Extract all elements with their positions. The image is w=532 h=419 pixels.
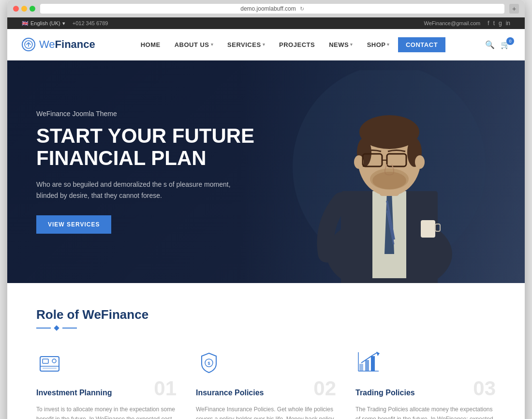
hero-title-line2: FINANCIAL PLAN (36, 147, 207, 169)
section-divider (36, 326, 496, 330)
close-dot[interactable] (13, 6, 19, 12)
search-icon[interactable]: 🔍 (485, 40, 495, 49)
svg-rect-29 (359, 364, 363, 371)
service-title-row-insurance: Insurance Policies 02 (196, 383, 336, 399)
logo-finance: Finance (55, 38, 95, 50)
investment-title: Investment Planning (36, 389, 112, 397)
browser-chrome: demo.joomlabuff.com ↻ + (7, 0, 525, 17)
social-icons: f t g in (488, 20, 510, 27)
role-section: Role of WeFinance Invest (7, 283, 525, 419)
divider-left (36, 328, 51, 329)
hero-subtitle: WeFinance Joomla Theme (36, 110, 254, 118)
trading-num: 03 (473, 378, 496, 399)
flag-icon: 🇬🇧 (22, 20, 29, 27)
phone-number: +012 345 6789 (73, 20, 108, 26)
top-bar: 🇬🇧 English (UK) ▾ +012 345 6789 WeFinanc… (7, 17, 525, 29)
nav-actions: 🔍 🛒 0 (485, 40, 510, 49)
svg-rect-30 (365, 360, 369, 371)
services-chevron-icon: ▾ (263, 42, 266, 47)
insurance-title: Insurance Policies (196, 389, 264, 397)
maximize-dot[interactable] (30, 6, 35, 12)
svg-point-14 (415, 155, 425, 169)
investment-icon (36, 349, 63, 376)
divider-diamond-icon (54, 325, 59, 330)
service-card-trading: Trading Policies 03 The Trading Policies… (355, 349, 496, 419)
hero-description: Who are so beguiled and demoralized the … (36, 179, 239, 201)
language-selector[interactable]: 🇬🇧 English (UK) ▾ (22, 20, 65, 27)
nav-projects[interactable]: PROJECTS (273, 37, 321, 52)
investment-desc: To invest is to allocate money in the ex… (36, 404, 177, 419)
news-chevron-icon: ▾ (350, 42, 353, 47)
logo[interactable]: WeFinance (22, 38, 95, 51)
svg-rect-23 (43, 359, 48, 363)
hero-title-line1: START YOUR FUTURE (36, 124, 254, 147)
minimize-dot[interactable] (21, 6, 27, 12)
hero-section: WeFinance Joomla Theme START YOUR FUTURE… (7, 60, 525, 283)
insurance-num: 02 (313, 378, 336, 399)
shop-chevron-icon: ▾ (387, 42, 390, 47)
logo-we: We (39, 38, 55, 50)
linkedin-icon[interactable]: in (506, 20, 510, 27)
svg-rect-31 (371, 356, 375, 371)
nav-news[interactable]: NEWS ▾ (323, 37, 359, 52)
navbar: WeFinance HOME ABOUT US ▾ SERVICES ▾ PRO… (7, 29, 525, 60)
insurance-desc: WeFinance Insurance Policies. Get whole … (196, 404, 336, 419)
email-address: WeFinance@gmail.com (424, 20, 481, 26)
nav-shop[interactable]: SHOP ▾ (361, 37, 396, 52)
cart-badge: 0 (506, 37, 514, 45)
nav-home[interactable]: HOME (135, 37, 166, 52)
trading-desc: The Trading Policies allocate money the … (355, 404, 496, 419)
insurance-icon: $ (196, 349, 222, 376)
topbar-right: WeFinance@gmail.com f t g in (424, 20, 510, 27)
service-card-investment: Investment Planning 01 To invest is to a… (36, 349, 177, 419)
svg-point-19 (370, 168, 409, 190)
trading-icon (355, 349, 382, 376)
hero-content: WeFinance Joomla Theme START YOUR FUTURE… (7, 110, 254, 234)
view-services-button[interactable]: VIEW SERVICES (36, 215, 111, 234)
url-text: demo.joomlabuff.com (240, 5, 296, 12)
trading-title: Trading Policies (355, 389, 415, 397)
logo-icon (22, 38, 35, 51)
hero-title: START YOUR FUTURE FINANCIAL PLAN (36, 125, 254, 169)
nav-services[interactable]: SERVICES ▾ (222, 37, 271, 52)
investment-num: 01 (154, 378, 177, 399)
services-grid: Investment Planning 01 To invest is to a… (36, 349, 496, 419)
facebook-icon[interactable]: f (488, 20, 489, 27)
googleplus-icon[interactable]: g (499, 20, 502, 27)
divider-right (62, 328, 77, 329)
svg-text:$: $ (207, 361, 210, 366)
twitter-icon[interactable]: t (493, 20, 495, 27)
language-label: English (UK) (30, 20, 60, 26)
svg-point-24 (52, 359, 56, 363)
svg-rect-20 (421, 220, 435, 238)
new-tab-button[interactable]: + (509, 4, 519, 14)
service-title-row-trading: Trading Policies 03 (355, 383, 496, 399)
nav-about-us[interactable]: ABOUT US ▾ (169, 37, 219, 52)
address-bar[interactable]: demo.joomlabuff.com ↻ (40, 4, 504, 14)
svg-marker-32 (376, 352, 380, 356)
nav-contact[interactable]: CONTACT (398, 37, 445, 52)
nav-menu: HOME ABOUT US ▾ SERVICES ▾ PROJECTS NEWS… (135, 37, 445, 52)
about-chevron-icon: ▾ (211, 42, 214, 47)
section-title: Role of WeFinance (36, 307, 496, 322)
refresh-icon[interactable]: ↻ (300, 6, 304, 12)
cart-button[interactable]: 🛒 0 (501, 40, 510, 49)
topbar-left: 🇬🇧 English (UK) ▾ +012 345 6789 (22, 20, 108, 27)
service-title-row-investment: Investment Planning 01 (36, 383, 177, 399)
browser-dots (13, 6, 35, 12)
language-chevron: ▾ (62, 20, 65, 27)
service-card-insurance: $ Insurance Policies 02 WeFinance Insura… (196, 349, 336, 419)
browser-window: demo.joomlabuff.com ↻ + 🇬🇧 English (UK) … (7, 0, 525, 419)
